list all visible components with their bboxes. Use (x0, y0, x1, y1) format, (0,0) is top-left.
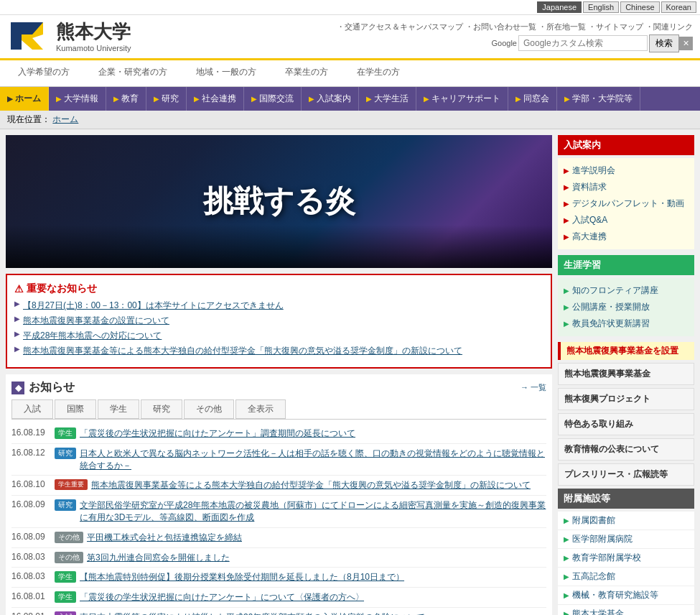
news-badge-0: 学生 (55, 427, 76, 439)
sidebar-link-open-course[interactable]: ▶ 公開講座・授業開放 (564, 299, 689, 315)
filter-international[interactable]: 国際 (55, 399, 96, 419)
hero-text: 挑戦する炎 (203, 183, 355, 219)
frontier-label: 知のフロンティア講座 (572, 285, 658, 297)
nav-info-label: 大学情報 (64, 93, 98, 105)
tab-alumni[interactable]: 卒業生の方 (271, 60, 342, 86)
news-more-link[interactable]: → 一覧 (521, 382, 546, 393)
digital-arrow-icon: ▶ (564, 200, 569, 208)
university-logo[interactable] (7, 19, 50, 55)
lang-english[interactable]: English (583, 1, 619, 13)
news-link-6[interactable]: 【熊本地震特別特例促】後期分授業料免除受付期間を延長しました（8月10日まで） (80, 571, 404, 583)
news-link-3[interactable]: 文学部民俗学研究室が平成28年熊本地震の被災農地（阿蘇市）にてドローンによる細密… (80, 499, 546, 524)
news-link-1[interactable]: 日本人と欧米人で異なる脳内ネットワーク活性化－人は相手の話を聴く際、口の動きの視… (80, 448, 546, 472)
news-link-0[interactable]: 「震災後の学生状況把握に向けたアンケート」調査期間の延長について (80, 427, 355, 440)
facility-library[interactable]: ▶ 附属図書館 (558, 512, 694, 530)
main-content: 挑戦する炎 ⚠ 重要なお知らせ ▶ 【8月27日(土)8：00－13：00】は本… (0, 129, 700, 615)
memorial-label: 五高記念館 (572, 570, 615, 583)
nav-education[interactable]: ▶ 教育 (106, 87, 146, 111)
filter-research[interactable]: 研究 (141, 399, 182, 419)
sidebar-link-qa[interactable]: ▶ 入試Q&A (564, 212, 689, 228)
search-input[interactable] (518, 35, 648, 51)
sidebar-box-press[interactable]: プレスリリース・広報読等 (558, 463, 694, 486)
hospital-arrow-icon: ▶ (564, 535, 569, 543)
sidebar-link-digital[interactable]: ▶ デジタルパンフレット・動画 (564, 195, 689, 212)
audience-tab-nav: 入学希望の方 企業・研究者の方 地域・一般の方 卒業生の方 在学生の方 (0, 60, 700, 87)
nav-international[interactable]: ▶ 国際交流 (244, 87, 302, 111)
filter-student[interactable]: 学生 (98, 399, 139, 419)
nav-campus-life[interactable]: ▶ 大学生活 (359, 87, 416, 111)
search-close-button[interactable]: ✕ (679, 37, 693, 50)
news-link-7[interactable]: 「震災後の学生状況把握に向けたアンケート」について〈保護者の方へ〉 (80, 591, 364, 604)
nav-career-support[interactable]: ▶ キャリアサポート (416, 87, 508, 111)
news-link-5[interactable]: 第3回九州連合同窓会を開催しました (87, 552, 230, 564)
nav-admission[interactable]: ▶ 入試案内 (302, 87, 359, 111)
facility-school[interactable]: ▶ 教育学部附属学校 (558, 549, 694, 568)
university-name-block: 熊本大学 Kumamoto University (56, 21, 131, 52)
facility-research[interactable]: ▶ 機械・教育研究施設等 (558, 586, 694, 605)
sidebar-box-project[interactable]: 熊本復興プロジェクト (558, 388, 694, 410)
news-item-1: 16.08.12 研究 日本人と欧米人で異なる脳内ネットワーク活性化－人は相手の… (11, 444, 546, 476)
sidebar-learning-title: 生涯学習 (558, 255, 694, 275)
nav-intl-arrow: ▶ (251, 95, 257, 103)
notice-link-3[interactable]: 平成28年熊本地震への対応について (23, 330, 162, 342)
header-links: ・交通アクセス＆キャンパスマップ ・お問い合わせ一覧 ・所在地一覧 ・サイトマッ… (337, 22, 693, 32)
lang-japanese[interactable]: Japanese (537, 1, 582, 13)
news-link-4[interactable]: 平田機工株式会社と包括連携協定を締結 (87, 532, 242, 544)
sidebar-link-frontier[interactable]: ▶ 知のフロンティア講座 (564, 282, 689, 299)
nav-edu-label: 教育 (121, 93, 139, 105)
nav-campus-arrow: ▶ (366, 95, 372, 103)
notice-link-4[interactable]: 熊本地震復興事業基金等による熊本大学独自の給付型奨学金「熊大復興の意気や溢る奨学… (23, 345, 462, 357)
sidebar-link-license-renewal[interactable]: ▶ 教員免許状更新講習 (564, 315, 689, 332)
facility-hospital[interactable]: ▶ 医学部附属病院 (558, 530, 694, 549)
search-button[interactable]: 検索 (649, 34, 679, 52)
filter-all[interactable]: 全表示 (235, 399, 286, 419)
facility-fund[interactable]: ▶ 熊本大学基金 (558, 605, 694, 615)
main-nav: ▶ ホーム ▶ 大学情報 ▶ 教育 ▶ 研究 ▶ 社会連携 ▶ 国際交流 ▶ 入… (0, 87, 700, 111)
news-badge-7: 学生 (55, 591, 76, 603)
nav-university-info[interactable]: ▶ 大学情報 (49, 87, 106, 111)
news-date-5: 16.08.03 (11, 552, 55, 562)
nav-career-label: キャリアサポート (431, 93, 500, 105)
nav-social-arrow: ▶ (194, 95, 200, 103)
sidebar-box-fund[interactable]: 熊本地震復興事業基金 (558, 363, 694, 385)
notice-link-2[interactable]: 熊本地震復興事業基金の設置について (23, 315, 169, 327)
tab-prospective-students[interactable]: 入学希望の方 (4, 60, 84, 86)
open-course-arrow-icon: ▶ (564, 303, 569, 311)
news-item-2: 16.08.10 学生重要 熊本地震復興事業基金等による熊本大学独自の給付型奨学… (11, 476, 546, 496)
tab-general-public[interactable]: 地域・一般の方 (182, 60, 271, 86)
news-item-0: 16.08.19 学生 「震災後の学生状況把握に向けたアンケート」調査期間の延長… (11, 424, 546, 444)
nav-research[interactable]: ▶ 研究 (146, 87, 187, 111)
nav-home[interactable]: ▶ ホーム (0, 87, 49, 111)
sidebar-admission-links: ▶ 進学説明会 ▶ 資料請求 ▶ デジタルパンフレット・動画 ▶ 入試Q&A ▶ (558, 158, 694, 249)
lang-korean[interactable]: Korean (661, 1, 696, 13)
university-name-en: Kumamoto University (56, 44, 131, 52)
sidebar-link-materials[interactable]: ▶ 資料請求 (564, 179, 689, 195)
facilities-title: 附属施設等 (558, 489, 694, 509)
filter-exam[interactable]: 入試 (11, 399, 53, 419)
news-link-8[interactable]: 東日本大震災等の災害により被災した平成29年度学部志願者の入学検定料の免除につい… (80, 611, 425, 615)
notice-link-1[interactable]: 【8月27日(土)8：00－13：00】は本学サイトにアクセスできません (23, 300, 284, 312)
nav-research-arrow: ▶ (154, 95, 159, 103)
sidebar-box-features[interactable]: 特色ある取り組み (558, 413, 694, 435)
nav-social-cooperation[interactable]: ▶ 社会連携 (187, 87, 244, 111)
lang-chinese[interactable]: Chinese (620, 1, 659, 13)
facility-memorial[interactable]: ▶ 五高記念館 (558, 568, 694, 586)
hospital-label: 医学部附属病院 (572, 533, 633, 545)
filter-other[interactable]: その他 (184, 399, 234, 419)
notice-item-4: ▶ 熊本地震復興事業基金等による熊本大学独自の給付型奨学金「熊大復興の意気や溢る… (14, 345, 543, 357)
news-date-8: 16.08.01 (11, 611, 55, 615)
nav-departments[interactable]: ▶ 学部・大学院等 (557, 87, 640, 111)
notice-arrow-4: ▶ (14, 345, 20, 353)
news-link-2[interactable]: 熊本地震復興事業基金等による熊本大学独自の給付型奨学金「熊大復興の意気や溢る奨学… (91, 479, 531, 491)
tab-current-students[interactable]: 在学生の方 (342, 60, 414, 86)
breadcrumb-home[interactable]: ホーム (52, 114, 78, 124)
nav-alumni-assoc[interactable]: ▶ 同窓会 (508, 87, 557, 111)
tab-business-researchers[interactable]: 企業・研究者の方 (84, 60, 182, 86)
sidebar-link-guidance[interactable]: ▶ 進学説明会 (564, 162, 689, 179)
sidebar-box-education-info[interactable]: 教育情報の公表について (558, 438, 694, 461)
notice-item-1: ▶ 【8月27日(土)8：00－13：00】は本学サイトにアクセスできません (14, 300, 543, 312)
library-label: 附属図書館 (572, 514, 615, 527)
box-press-label: プレスリリース・広報読等 (564, 469, 668, 479)
kumamoto-highlight-banner[interactable]: 熊本地震復興事業基金を設置 (558, 342, 694, 360)
sidebar-link-cooperation[interactable]: ▶ 高大連携 (564, 228, 689, 245)
